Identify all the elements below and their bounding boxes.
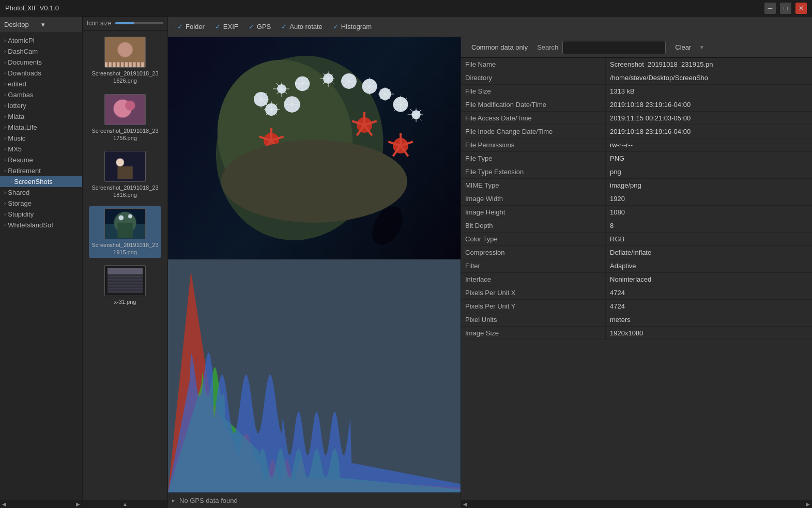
tree-arrow-icon: › [4, 92, 6, 98]
close-button[interactable]: ✕ [795, 3, 807, 14]
sidebar-item-retirement[interactable]: ›Retirement [0, 165, 82, 176]
sidebar-item-label: AtomicPi [8, 37, 34, 44]
file-item[interactable]: Screenshot_20191018_231626.png [89, 35, 161, 87]
file-item[interactable]: Screenshot_20191018_231816.png [89, 149, 161, 201]
file-item[interactable]: Screenshot_20191018_231915.png [89, 206, 161, 258]
sidebar-item-miata-life[interactable]: ›Miata.Life [0, 122, 82, 133]
exif-table: File NameScreenshot_20191018_231915.pnDi… [461, 58, 812, 500]
exif-row: Pixel Unitsmeters [461, 313, 812, 327]
tree-arrow-icon: › [4, 81, 6, 87]
exif-toggle[interactable]: EXIF [211, 21, 242, 33]
exif-value: RGB [606, 233, 812, 245]
sidebar-item-resume[interactable]: ›Resume [0, 155, 82, 165]
exif-key: Color Type [461, 233, 606, 245]
file-thumbnail [104, 208, 146, 239]
app-title: PhotoEXIF V0.1.0 [5, 4, 764, 12]
gps-toggle[interactable]: GPS [244, 21, 275, 33]
autorotate-label: Auto rotate [289, 23, 323, 30]
tree-arrow-icon: › [4, 70, 6, 76]
tree-arrow-icon: › [4, 211, 6, 217]
sidebar-item-whiteislandsof[interactable]: ›WhiteIslandSof [0, 220, 82, 230]
tree-arrow-icon: › [4, 135, 6, 141]
exif-row: File Permissionsrw-r--r-- [461, 138, 812, 152]
thumbnail-canvas [105, 95, 145, 125]
file-name: Screenshot_20191018_231626.png [91, 70, 159, 85]
histogram-toggle[interactable]: Histogram [329, 21, 376, 33]
exif-key: MIME Type [461, 179, 606, 192]
exif-scroll-left[interactable]: ◀ [461, 500, 469, 509]
file-item[interactable]: x-31.png [89, 263, 161, 307]
icon-size-label: Icon size [87, 20, 111, 27]
file-scroll-up[interactable]: ▲ [122, 501, 128, 507]
exif-key: File Type [461, 152, 606, 165]
exif-row: Color TypeRGB [461, 233, 812, 246]
sidebar-item-edited[interactable]: ›edited [0, 79, 82, 89]
sidebar-item-label: Documents [8, 58, 42, 66]
main-image [168, 37, 461, 259]
search-input[interactable] [562, 41, 666, 54]
sidebar-item-label: Music [8, 134, 25, 142]
sidebar-item-shared[interactable]: ›Shared [0, 187, 82, 198]
histogram-canvas [168, 259, 461, 492]
sidebar-item-screenshots[interactable]: ›ScreenShots [0, 176, 82, 187]
clear-button[interactable]: Clear [670, 41, 696, 53]
exif-value: 4724 [606, 286, 812, 299]
sidebar-item-downloads[interactable]: ›Downloads [0, 68, 82, 79]
sidebar-item-gambas[interactable]: ›Gambas [0, 89, 82, 100]
tree-arrow-icon: › [4, 168, 6, 174]
exif-row: File TypePNG [461, 152, 812, 165]
icon-size-handle [115, 22, 134, 24]
exif-key: File Inode Change Date/Time [461, 125, 606, 138]
sidebar-dropdown-label: Desktop [4, 21, 41, 28]
icon-size-slider[interactable] [115, 22, 163, 24]
sidebar-item-label: Resume [8, 156, 33, 164]
sidebar-item-stupidity[interactable]: ›Stupidity [0, 209, 82, 220]
exif-key: File Modification Date/Time [461, 98, 606, 111]
sidebar: Desktop ▾ ›AtomicPi›DashCam›Documents›Do… [0, 17, 83, 508]
exif-key: Pixels Per Unit X [461, 286, 606, 299]
histogram-area [168, 259, 461, 492]
file-thumbnail [104, 265, 146, 296]
exif-value: png [606, 165, 812, 178]
sidebar-scroll-right[interactable]: ▶ [76, 501, 80, 507]
sidebar-scroll-left[interactable]: ◀ [2, 501, 6, 507]
tree-arrow-icon: › [4, 190, 6, 195]
minimize-button[interactable]: ─ [764, 3, 776, 14]
autorotate-toggle[interactable]: Auto rotate [277, 21, 327, 33]
sidebar-item-label: Miata [8, 113, 24, 120]
exif-row: Bit Depth8 [461, 219, 812, 233]
exif-row: InterlaceNoninterlaced [461, 273, 812, 286]
exif-row: MIME Typeimage/png [461, 179, 812, 192]
sidebar-item-dashcam[interactable]: ›DashCam [0, 46, 82, 57]
exif-value: image/png [606, 179, 812, 192]
sidebar-dropdown[interactable]: Desktop ▾ [0, 17, 82, 33]
sidebar-item-label: Retirement [8, 167, 41, 175]
folder-label: Folder [186, 23, 205, 30]
exif-key: Interlace [461, 273, 606, 286]
sidebar-item-storage[interactable]: ›Storage [0, 198, 82, 209]
exif-value: PNG [606, 152, 812, 165]
exif-key: File Name [461, 58, 606, 71]
exif-row: File Modification Date/Time2019:10:18 23… [461, 98, 812, 112]
file-name: Screenshot_20191018_231816.png [91, 184, 159, 199]
exif-row: File NameScreenshot_20191018_231915.pn [461, 58, 812, 71]
exif-row: Image Height1080 [461, 206, 812, 219]
sidebar-item-music[interactable]: ›Music [0, 133, 82, 144]
exif-scroll-right[interactable]: ▶ [804, 500, 812, 509]
maximize-button[interactable]: □ [780, 3, 791, 14]
sidebar-item-miata[interactable]: ›Miata [0, 111, 82, 122]
folder-toggle[interactable]: Folder [173, 21, 209, 33]
file-panel-header: Icon size [83, 17, 167, 30]
file-item[interactable]: Screenshot_20191018_231756.png [89, 92, 161, 144]
sidebar-item-lottery[interactable]: ›lottery [0, 100, 82, 111]
tree-arrow-icon: › [4, 59, 6, 65]
right-panel-expand-icon[interactable]: ▾ [700, 44, 703, 51]
sidebar-item-mx5[interactable]: ›MX5 [0, 144, 82, 155]
gps-bar: ▸ No GPS data found [168, 492, 461, 508]
sidebar-item-documents[interactable]: ›Documents [0, 57, 82, 68]
tree-arrow-icon: › [4, 222, 6, 228]
tree-arrow-icon: › [4, 103, 6, 109]
exif-value: 2019:10:18 23:19:16-04:00 [606, 98, 812, 111]
sidebar-item-atomicpi[interactable]: ›AtomicPi [0, 35, 82, 46]
common-data-button[interactable]: Common data only [466, 41, 533, 53]
